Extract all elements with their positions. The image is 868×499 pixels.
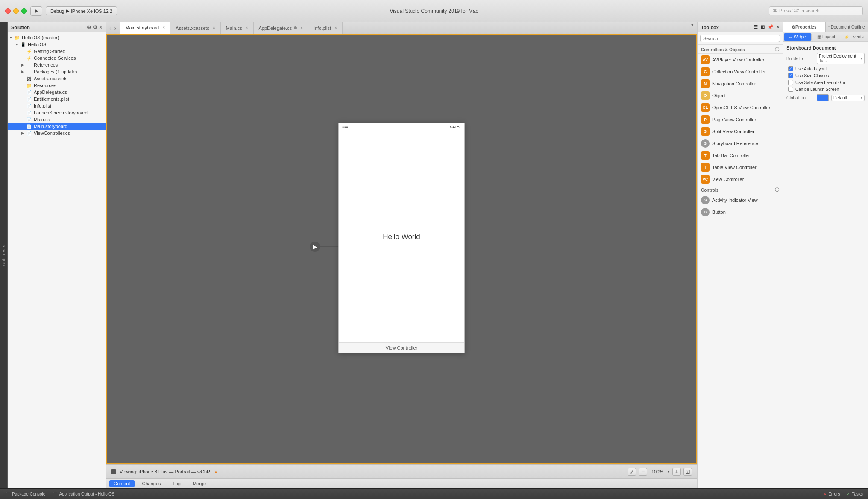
checkbox[interactable] (788, 80, 793, 85)
checkbox-label: Use Safe Area Layout Gui (795, 80, 845, 85)
solution-close-icon[interactable]: × (99, 24, 102, 30)
status-errors[interactable]: ✗ Errors (823, 492, 840, 496)
tree-item[interactable]: ▾ 📁 HelloiOS (master) (8, 34, 106, 41)
tree-label: Assets.xcassets (34, 76, 67, 81)
checkbox[interactable]: ✓ (788, 66, 793, 71)
tree-item[interactable]: 📄 Entitlements.plist (8, 96, 106, 102)
bottom-tab[interactable]: Changes (138, 480, 165, 487)
toolbox-item-icon: O (701, 91, 710, 100)
tab-overflow-btn[interactable]: ▾ (688, 22, 697, 34)
tab-close-btn[interactable]: × (334, 26, 337, 30)
toolbox-item[interactable]: VC View Controller (698, 173, 783, 185)
toolbox-pin-icon[interactable]: 📌 (768, 24, 774, 30)
status-app-output[interactable]: ⬛ Application Output - HelloiOS (52, 492, 114, 496)
tree-item[interactable]: ▶ Packages (1 update) (8, 68, 106, 75)
close-button[interactable] (5, 8, 11, 14)
tree-item[interactable]: ⚡ Getting Started (8, 48, 106, 55)
section-expand-icon[interactable]: ⓘ (775, 187, 779, 193)
tint-color-swatch[interactable] (817, 94, 829, 101)
tree-item[interactable]: ▶ 📄 ViewController.cs (8, 130, 106, 137)
zoom-out-btn[interactable]: − (639, 468, 647, 476)
toolbox-item[interactable]: T Tab Bar Controller (698, 149, 783, 161)
checkbox[interactable] (788, 87, 793, 92)
tab-document-outline[interactable]: ≡ Document Outline (826, 22, 868, 32)
tab-close-btn[interactable]: × (162, 25, 165, 30)
toolbox-item[interactable]: AV AVPlayer View Controller (698, 54, 783, 66)
maximize-button[interactable] (21, 8, 27, 14)
tab-properties[interactable]: ⚙ Properties (783, 22, 826, 32)
tree-arrow: ▶ (20, 70, 26, 74)
bottom-tab[interactable]: Content (109, 480, 135, 487)
toolbox-item[interactable]: B Button (698, 206, 783, 218)
zoom-value: 100% (650, 469, 665, 474)
canvas-area[interactable]: ▶ ▪▪▪▪▪ GPRS Hello World View Controller (106, 34, 697, 464)
editor-tab[interactable]: Main.cs × (221, 22, 254, 34)
tab-close-btn[interactable]: × (213, 26, 215, 30)
editor-tab[interactable]: Main.storyboard × (120, 22, 170, 34)
bottom-tab[interactable]: Log (169, 480, 185, 487)
toolbox-icon-text: S (704, 141, 707, 146)
status-tasks[interactable]: ✓ Tasks (847, 492, 863, 496)
nav-back-arrow[interactable]: ‹ (108, 25, 112, 32)
toolbox-item[interactable]: S Storyboard Reference (698, 137, 783, 149)
tree-item[interactable]: 🖼 Assets.xcassets (8, 75, 106, 82)
zoom-dropdown[interactable]: ▾ (668, 470, 670, 474)
tree-item[interactable]: 📄 Info.plist (8, 102, 106, 109)
storyboard-doc-title: Storyboard Document (786, 45, 865, 50)
toolbox-item[interactable]: GL OpenGL ES View Controller (698, 102, 783, 114)
toolbox-item-label: Object (712, 93, 726, 98)
bottom-tabs-bar: ContentChangesLogMerge (106, 478, 697, 488)
run-button[interactable] (30, 6, 42, 16)
editor-tab[interactable]: Info.plist × (308, 22, 343, 34)
toolbox-view-grid-icon[interactable]: ⊞ (761, 24, 765, 30)
bottom-tab[interactable]: Merge (188, 480, 210, 487)
subtab-widget[interactable]: ↔ Widget (784, 33, 812, 41)
solution-gear-icon[interactable]: ⚙ (93, 24, 97, 30)
editor-tab[interactable]: Assets.xcassets × (170, 22, 221, 34)
tree-label: Info.plist (34, 103, 51, 108)
toolbox-item[interactable]: P Page View Controller (698, 114, 783, 125)
tint-value[interactable]: Default ▾ (831, 95, 865, 101)
status-package-console[interactable]: ⬛ Package Console (5, 492, 45, 496)
debug-selector[interactable]: Debug ▶ iPhone Xe iOS 12.2 (46, 6, 117, 15)
tree-item[interactable]: 📁 Resources (8, 82, 106, 89)
section-expand-icon[interactable]: ⓘ (775, 47, 779, 53)
tasks-icon: ✓ (847, 492, 850, 496)
debug-label: Debug (50, 9, 64, 14)
toolbox-icon-text: C (704, 70, 707, 74)
toolbox-item-icon: S (701, 139, 710, 148)
toolbox-item[interactable]: C Collection View Controller (698, 66, 783, 78)
title-search-bar[interactable]: ⌘ Press '⌘' to search (769, 6, 863, 15)
nav-forward-arrow[interactable]: › (114, 25, 117, 32)
app-title: Visual Studio Community 2019 for Mac (390, 8, 478, 14)
toolbox-item[interactable]: N Navigation Controller (698, 78, 783, 90)
tab-close-btn[interactable]: × (246, 26, 248, 30)
toolbox-item[interactable]: T Table View Controller (698, 161, 783, 173)
builds-for-value[interactable]: Project Deployment Ta... ▾ (817, 53, 865, 64)
toolbox-search-input[interactable] (700, 35, 780, 42)
tree-item[interactable]: ▾ 📱 HelloiOS (8, 41, 106, 48)
solution-add-icon[interactable]: ⊕ (87, 24, 91, 30)
checkbox[interactable]: ✓ (788, 73, 793, 78)
zoom-in-btn[interactable]: + (672, 468, 681, 476)
tree-item[interactable]: 📄 AppDelegate.cs (8, 89, 106, 96)
toolbox-item-icon: N (701, 79, 710, 88)
tree-item[interactable]: 📄 Main.storyboard (8, 123, 106, 130)
tree-item[interactable]: ▶ References (8, 61, 106, 68)
tab-close-btn[interactable]: × (300, 26, 303, 30)
tree-item[interactable]: ⚡ Connected Services (8, 55, 106, 61)
toolbox-icon-text: O (704, 93, 707, 98)
tree-item[interactable]: 📄 Main.cs (8, 116, 106, 123)
toolbox-view-list-icon[interactable]: ☰ (754, 24, 758, 30)
subtab-layout[interactable]: ▦ Layout (812, 32, 840, 41)
editor-tab[interactable]: AppDelegate.cs × (254, 22, 309, 34)
minimize-button[interactable] (13, 8, 19, 14)
toolbox-item[interactable]: O Object (698, 90, 783, 102)
fit-zoom-btn[interactable]: ⤢ (628, 468, 636, 476)
toolbox-item[interactable]: ⊙ Activity Indicator View (698, 194, 783, 206)
tree-item[interactable]: 📄 LaunchScreen.storyboard (8, 109, 106, 116)
toolbox-close-icon[interactable]: × (777, 24, 779, 30)
subtab-events[interactable]: ⚡ Events (840, 32, 868, 41)
toolbox-item[interactable]: S Split View Controller (698, 125, 783, 137)
zoom-fit-btn[interactable]: ⊡ (683, 468, 692, 476)
